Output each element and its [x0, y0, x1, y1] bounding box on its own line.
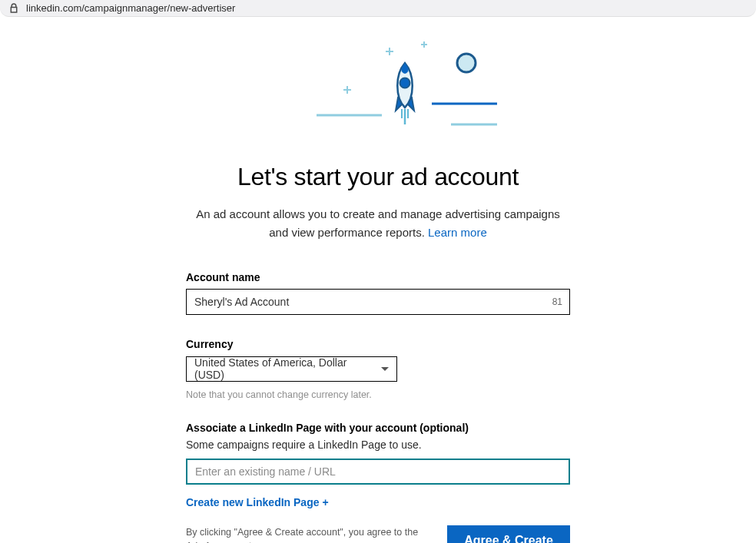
disclaimer: By clicking "Agree & Create account", yo…: [186, 525, 432, 544]
footer-row: By clicking "Agree & Create account", yo…: [186, 525, 570, 544]
subtitle-text: An ad account allows you to create and m…: [196, 207, 560, 239]
browser-url-bar[interactable]: linkedin.com/campaignmanager/new-adverti…: [0, 0, 756, 17]
create-linkedin-page-link[interactable]: Create new LinkedIn Page +: [186, 496, 329, 508]
currency-select[interactable]: United States of America, Dollar (USD): [186, 356, 397, 382]
account-name-label: Account name: [186, 271, 570, 283]
disclaimer-pre: By clicking "Agree & Create account", yo…: [186, 527, 418, 538]
form: Account name 81 Currency United States o…: [186, 271, 570, 543]
rocket-illustration: [278, 40, 539, 140]
linkedin-page-input[interactable]: [186, 459, 570, 485]
subtitle: An ad account allows you to create and m…: [186, 205, 570, 242]
learn-more-link[interactable]: Learn more: [428, 226, 487, 239]
associate-desc: Some campaigns require a LinkedIn Page t…: [186, 439, 570, 451]
lock-icon: [9, 3, 18, 13]
currency-helper: Note that you cannot change currency lat…: [186, 389, 570, 400]
account-name-input[interactable]: [186, 289, 570, 315]
char-count: 81: [552, 296, 562, 307]
url-text: linkedin.com/campaignmanager/new-adverti…: [26, 2, 235, 14]
currency-label: Currency: [186, 338, 570, 350]
svg-point-0: [457, 54, 476, 72]
currency-value: United States of America, Dollar (USD): [194, 356, 372, 381]
agree-create-button[interactable]: Agree & Create account: [447, 525, 570, 544]
svg-point-4: [400, 78, 410, 88]
page-title: Let's start your ad account: [237, 163, 519, 191]
associate-label: Associate a LinkedIn Page with your acco…: [186, 422, 570, 434]
main-content: Let's start your ad account An ad accoun…: [0, 17, 756, 543]
